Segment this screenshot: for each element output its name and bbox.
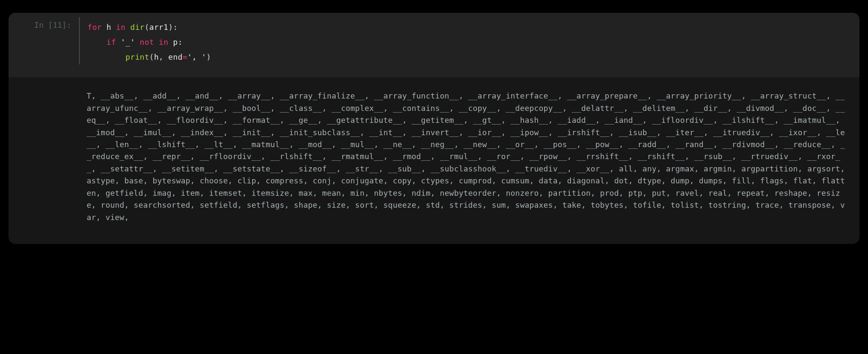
open-paren: ( [145, 23, 149, 32]
kwarg-end: end [168, 52, 182, 61]
var-p: p: [173, 38, 183, 46]
string-underscore: '_' [121, 38, 135, 46]
code-input[interactable]: for h in dir(arr1): if '_' not in p: pri… [79, 17, 859, 64]
output-text: T, __abs__, __add__, __and__, __array__,… [87, 90, 846, 223]
keyword-if: if [107, 38, 116, 46]
equals-op: = [183, 52, 187, 61]
keyword-for: for [87, 23, 102, 32]
string-sep: ', ' [187, 52, 207, 61]
input-cell: In [11]: for h in dir(arr1): if '_' not … [9, 13, 859, 77]
builtin-dir: dir [130, 23, 144, 32]
prompt-label: In [11]: [34, 20, 71, 29]
open-paren-2: ( [149, 52, 154, 61]
close-paren-2: ) [206, 52, 211, 61]
var-h: h [107, 23, 111, 32]
keyword-in: in [116, 23, 125, 32]
notebook-cell: In [11]: for h in dir(arr1): if '_' not … [9, 13, 859, 244]
arg-arr1: arr1 [149, 23, 169, 32]
keyword-not: not [140, 38, 154, 46]
comma: , [159, 52, 163, 61]
arg-h: h [154, 52, 159, 61]
output-prompt-spacer [9, 90, 87, 223]
builtin-print: print [125, 52, 149, 61]
output-cell: T, __abs__, __add__, __and__, __array__,… [9, 77, 859, 244]
close-paren-colon: ): [168, 23, 178, 32]
input-prompt: In [11]: [9, 17, 79, 64]
keyword-in-2: in [159, 38, 168, 46]
